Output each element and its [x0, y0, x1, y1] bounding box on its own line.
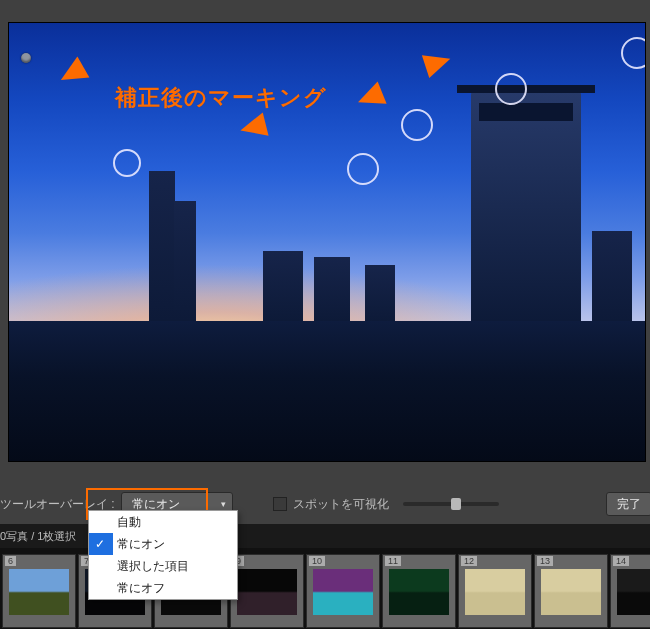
thumb-image	[237, 569, 297, 615]
building	[365, 265, 395, 321]
thumb-index: 6	[5, 556, 16, 566]
slider-knob[interactable]	[451, 498, 461, 510]
svg-marker-1	[238, 112, 269, 142]
svg-marker-0	[55, 57, 90, 91]
filmstrip-thumb[interactable]: 9	[230, 554, 304, 628]
building-tall	[471, 91, 581, 321]
spot-marker[interactable]	[113, 149, 141, 177]
svg-marker-3	[422, 47, 454, 78]
filmstrip-thumb[interactable]: 11	[382, 554, 456, 628]
building	[592, 231, 632, 321]
menu-item[interactable]: 常にオン	[89, 533, 237, 555]
filmstrip-thumb[interactable]: 12	[458, 554, 532, 628]
city-foreground	[9, 321, 645, 461]
annotation-arrow-icon	[415, 41, 459, 85]
spot-marker[interactable]	[495, 73, 527, 105]
visualize-spots-label: スポットを可視化	[293, 496, 389, 513]
thumb-index: 12	[461, 556, 477, 566]
spot-marker[interactable]	[347, 153, 379, 185]
building	[174, 201, 196, 321]
thumb-image	[389, 569, 449, 615]
tool-overlay-menu: 自動常にオン選択した項目常にオフ	[88, 510, 238, 600]
thumb-index: 14	[613, 556, 629, 566]
annotation-arrow-icon	[349, 75, 393, 119]
filmstrip-thumb[interactable]: 10	[306, 554, 380, 628]
building	[149, 171, 175, 321]
filmstrip-thumb[interactable]: 13	[534, 554, 608, 628]
annotation-arrow-icon	[51, 51, 95, 95]
thumb-image	[541, 569, 601, 615]
spot-marker[interactable]	[621, 37, 646, 69]
thumb-image	[313, 569, 373, 615]
filmstrip-thumb[interactable]: 6	[2, 554, 76, 628]
visualize-spots-checkbox[interactable]	[273, 497, 287, 511]
building	[263, 251, 303, 321]
selection-status: 0写真 / 1枚選択	[0, 524, 76, 548]
menu-item[interactable]: 常にオフ	[89, 577, 237, 599]
done-button[interactable]: 完了	[606, 492, 650, 516]
visualize-threshold-slider[interactable]	[403, 502, 499, 506]
menu-item[interactable]: 選択した項目	[89, 555, 237, 577]
thumb-image	[465, 569, 525, 615]
thumb-image	[9, 569, 69, 615]
menu-item[interactable]: 自動	[89, 511, 237, 533]
annotation-text: 補正後のマーキング	[115, 83, 327, 113]
thumb-image	[617, 569, 650, 615]
svg-marker-2	[354, 81, 387, 113]
editor-canvas-area: 補正後のマーキング	[0, 0, 650, 478]
building	[314, 257, 350, 321]
thumb-index: 13	[537, 556, 553, 566]
chevron-down-icon: ▾	[221, 499, 226, 509]
overlay-pin[interactable]	[21, 53, 31, 63]
main-photo[interactable]: 補正後のマーキング	[8, 22, 646, 462]
filmstrip-thumb[interactable]: 14	[610, 554, 650, 628]
thumb-index: 10	[309, 556, 325, 566]
thumb-index: 11	[385, 556, 401, 566]
spot-marker[interactable]	[401, 109, 433, 141]
